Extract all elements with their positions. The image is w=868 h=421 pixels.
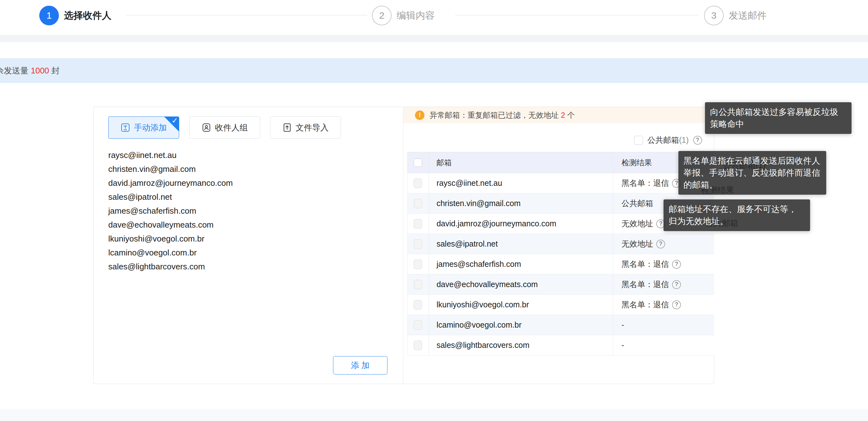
row-checkbox-cell	[407, 214, 429, 234]
batch-mail-wizard-screen: 1 选择收件人 2 编辑内容 3 发送邮件 剩余发送量 1000 封	[0, 0, 868, 421]
status-text: 无效地址	[621, 239, 653, 249]
row-checkbox[interactable]	[414, 320, 422, 330]
email-entry: raysc@iinet.net.au	[108, 148, 387, 162]
status-text: -	[621, 340, 624, 350]
recipients-card: 手动添加 ✓ 收件人组 文件导入 rays	[93, 107, 714, 384]
row-email: james@schaferfish.com	[429, 254, 613, 274]
quota-amount: 1000	[31, 66, 49, 76]
footer-band	[0, 409, 868, 421]
manual-email-input-area[interactable]: raysc@iinet.net.auchristen.vin@gmail.com…	[108, 148, 387, 273]
quota-prefix: 剩余发送量	[0, 65, 31, 76]
header-divider-band	[0, 35, 868, 42]
row-checkbox[interactable]	[414, 280, 422, 289]
add-button[interactable]: 添 加	[333, 356, 388, 374]
table-row: dave@echovalleymeats.com 黑名单：退信 ?	[407, 274, 714, 295]
status-help-icon[interactable]: ?	[672, 260, 681, 269]
status-text: 无效地址	[621, 218, 653, 229]
steps-header: 1 选择收件人 2 编辑内容 3 发送邮件	[0, 0, 868, 35]
email-entry: sales@lightbarcovers.com	[108, 260, 387, 273]
public-mailbox-count: (1)	[679, 136, 689, 144]
file-import-icon	[282, 123, 292, 132]
row-email: sales@ipatrol.net	[429, 234, 613, 254]
email-entry: christen.vin@gmail.com	[108, 162, 387, 176]
table-row: sales@ipatrol.net 无效地址 ?	[407, 234, 714, 254]
email-entry: dave@echovalleymeats.com	[108, 218, 387, 232]
row-email: christen.vin@gmail.com	[429, 193, 613, 213]
row-email: lkuniyoshi@voegol.com.br	[429, 295, 613, 314]
row-checkbox-cell	[407, 335, 429, 355]
row-checkbox-cell	[407, 173, 429, 193]
public-mailbox-checkbox[interactable]	[634, 136, 643, 145]
row-checkbox-cell	[407, 295, 429, 314]
quota-suffix: 封	[49, 65, 60, 76]
step-3-label: 发送邮件	[729, 9, 767, 22]
row-email: sales@lightbarcovers.com	[429, 335, 613, 355]
tab-recipient-group-label: 收件人组	[215, 122, 248, 133]
row-checkbox[interactable]	[414, 260, 422, 269]
row-checkbox[interactable]	[414, 199, 422, 208]
row-status: 无效地址 ?	[613, 234, 714, 254]
abnormal-mailbox-warning: ! 异常邮箱：重复邮箱已过滤，无效地址 2 个	[403, 107, 714, 123]
row-email: david.jamroz@journeymanco.com	[429, 214, 613, 234]
invalid-address-tooltip: 邮箱地址不存在、服务不可达等，归为无效地址。	[663, 200, 810, 231]
tab-manual-add[interactable]: 手动添加 ✓	[108, 117, 179, 139]
public-mailbox-filter-row: 公共邮箱(1) ?	[634, 135, 702, 145]
row-checkbox-cell	[407, 193, 429, 213]
row-checkbox[interactable]	[414, 239, 422, 249]
email-entry: david.jamroz@journeymanco.com	[108, 176, 387, 190]
tab-file-import[interactable]: 文件导入	[270, 117, 341, 139]
row-status: 黑名单：退信 ?	[613, 254, 714, 274]
public-mailbox-help-icon[interactable]: ?	[693, 136, 702, 145]
alert-icon: !	[415, 111, 425, 120]
status-help-icon[interactable]: ?	[656, 240, 665, 248]
row-checkbox[interactable]	[414, 219, 422, 229]
select-all-cell	[407, 152, 429, 173]
table-row: raysc@iinet.net.au 黑名单：退信 ?	[407, 173, 714, 193]
status-text: 公共邮箱	[621, 198, 653, 209]
email-entry: lcamino@voegol.com.br	[108, 246, 387, 260]
row-status: -	[613, 335, 714, 355]
warning-text: 异常邮箱：重复邮箱已过滤，无效地址 2 个	[430, 110, 575, 120]
row-checkbox-cell	[407, 254, 429, 274]
step-1-label: 选择收件人	[64, 9, 112, 22]
quota-bar: 剩余发送量 1000 封	[0, 58, 868, 83]
email-entry: sales@ipatrol.net	[108, 190, 387, 204]
row-checkbox[interactable]	[414, 300, 422, 309]
row-status: -	[613, 315, 714, 335]
public-mailbox-label: 公共邮箱(1)	[647, 135, 689, 145]
row-email: dave@echovalleymeats.com	[429, 274, 613, 294]
status-text: 黑名单：退信	[621, 259, 669, 269]
status-text: 黑名单：退信	[621, 178, 669, 188]
status-text: 黑名单：退信	[621, 279, 669, 290]
step-1-circle: 1	[39, 6, 59, 25]
tab-manual-add-label: 手动添加	[134, 122, 167, 133]
status-help-icon[interactable]: ?	[672, 300, 681, 309]
invalid-count: 2	[561, 111, 565, 119]
panel-divider	[403, 107, 403, 384]
row-checkbox-cell	[407, 315, 429, 335]
step-1-select-recipients: 1 选择收件人	[39, 6, 112, 25]
check-icon: ✓	[172, 117, 178, 125]
status-help-icon[interactable]: ?	[672, 280, 681, 289]
blacklist-tooltip: 黑名单是指在云邮通发送后因收件人举报、手动退订、反垃圾邮件而退信的邮箱。	[678, 151, 826, 195]
status-text: -	[621, 320, 624, 330]
status-text: 黑名单：退信	[621, 299, 669, 310]
step-connector-1	[126, 15, 367, 16]
row-checkbox[interactable]	[414, 340, 422, 350]
row-checkbox[interactable]	[414, 179, 422, 188]
table-row: sales@lightbarcovers.com -	[407, 335, 714, 356]
table-row: lcamino@voegol.com.br -	[407, 315, 714, 335]
step-2-label: 编辑内容	[397, 9, 435, 22]
tab-recipient-group[interactable]: 收件人组	[189, 117, 260, 139]
row-status: 黑名单：退信 ?	[613, 274, 714, 294]
step-3-send-mail: 3 发送邮件	[704, 6, 767, 25]
recipient-group-icon	[202, 123, 211, 132]
table-row: lkuniyoshi@voegol.com.br 黑名单：退信 ?	[407, 295, 714, 315]
manual-add-icon	[121, 123, 130, 132]
step-3-circle: 3	[704, 6, 724, 25]
select-all-checkbox[interactable]	[414, 158, 422, 167]
detection-result-table: 邮箱 检测结果 raysc@iinet.net.au 黑名单：退信 ? chri…	[407, 152, 714, 356]
step-2-circle: 2	[372, 6, 392, 25]
step-2-edit-content: 2 编辑内容	[372, 6, 435, 25]
row-status: 黑名单：退信 ?	[613, 295, 714, 314]
